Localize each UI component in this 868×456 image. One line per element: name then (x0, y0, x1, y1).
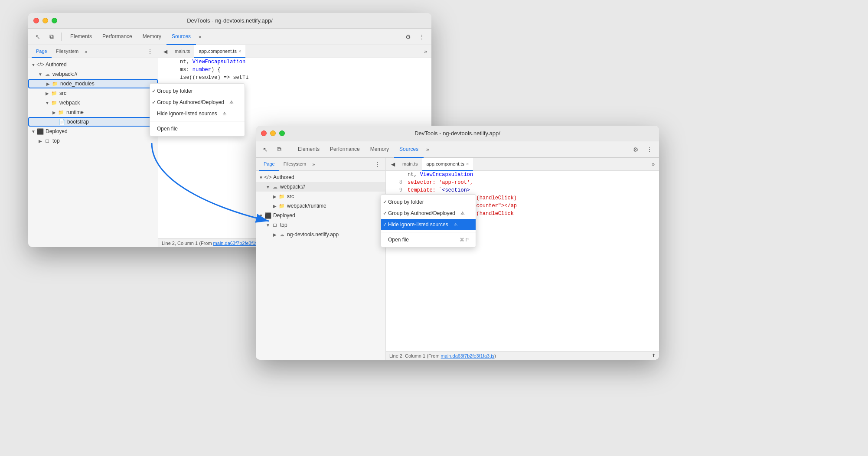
src-label-1: src (59, 90, 66, 96)
maximize-button-2[interactable] (279, 130, 285, 136)
cube-icon-deployed-1: ⬛ (37, 128, 44, 135)
tree-authored-1[interactable]: </> Authored (28, 60, 158, 69)
context-menu-2: Group by folder Group by Authored/Deploy… (381, 194, 476, 248)
src-label-2: src (287, 193, 294, 199)
tab-sources-1[interactable]: Sources (166, 29, 196, 45)
gear-icon-1[interactable]: ⚙ (402, 31, 414, 43)
back-nav-2[interactable]: ◀ (388, 159, 398, 169)
cloud-icon-ngdevtools-2: ☁ (278, 231, 285, 238)
more-icon-1[interactable]: ⋮ (416, 31, 428, 43)
menu2-open-file[interactable]: Open file ⌘ P (381, 234, 476, 245)
top-label-2: top (280, 222, 287, 228)
code-tabs-2: ◀ main.ts app.component.ts × » (386, 158, 659, 171)
code-tab-close-1[interactable]: × (238, 49, 241, 54)
status-text-2: Line 2, Column 1 (From main.da63f7b2fe3f… (389, 353, 496, 358)
file-tree-1: </> Authored ☁ webpack:// 📁 node_modules (28, 58, 158, 247)
menu1-group-authored[interactable]: Group by Authored/Deployed ⚠ (150, 97, 245, 108)
code-tab-more-1[interactable]: » (421, 49, 430, 55)
node-modules-label-1: node_modules (60, 81, 95, 87)
tab-performance-1[interactable]: Performance (97, 29, 137, 45)
code-line-2-1: nt, ViewEncapsulation (386, 171, 659, 179)
panel-tab-page-1[interactable]: Page (32, 45, 52, 58)
code-tab-appcomponent-label-2: app.component.ts (426, 161, 464, 166)
menu1-separator (150, 121, 245, 121)
tab-elements-2[interactable]: Elements (293, 141, 325, 158)
code-tab-appcomponent-1[interactable]: app.component.ts × (194, 45, 245, 58)
arrow-node-modules-1 (45, 80, 52, 87)
format-icon-2[interactable]: ⬆ (652, 353, 656, 358)
back-nav-1[interactable]: ◀ (160, 46, 170, 57)
menu2-group-authored-label: Group by Authored/Deployed (388, 210, 455, 216)
panel-tab-filesystem-1[interactable]: Filesystem (52, 45, 83, 58)
gear-icon-2[interactable]: ⚙ (630, 143, 642, 156)
arrow-webpack-folder-1 (44, 99, 51, 106)
arrow-src-1 (44, 90, 51, 97)
tree-src-1[interactable]: 📁 src (28, 88, 158, 98)
folder-icon-runtime-1: 📁 (58, 109, 65, 116)
folder-icon-src-2: 📁 (278, 193, 285, 200)
traffic-lights-1 (33, 18, 57, 23)
code-tab-close-2[interactable]: × (466, 161, 469, 166)
minimize-button-1[interactable] (42, 18, 48, 23)
panel-tabs-1: Page Filesystem » ⋮ (28, 45, 158, 58)
webpack-label-2: webpack:// (280, 184, 305, 190)
tree-webpack-folder-1[interactable]: 📁 webpack (28, 98, 158, 107)
menu2-hide-ignore[interactable]: Hide ignore-listed sources ⚠ (381, 219, 476, 230)
more-icon-2[interactable]: ⋮ (643, 143, 656, 156)
warning-icon-4: ⚠ (454, 222, 458, 228)
code-line-4: ise((resolve) => setTi (158, 74, 431, 81)
menu2-group-folder[interactable]: Group by folder (381, 196, 476, 208)
tab-memory-1[interactable]: Memory (137, 29, 166, 45)
devtools-toolbar-1: ↖ ⧉ Elements Performance Memory Sources … (28, 29, 431, 45)
tab-performance-2[interactable]: Performance (325, 141, 365, 158)
tree-deployed-1[interactable]: ⬛ Deployed (28, 127, 158, 136)
layers-icon-1[interactable]: ⧉ (46, 31, 58, 43)
tree-bootstrap-1[interactable]: 📄 bootstrap (28, 117, 158, 127)
menu1-group-authored-label: Group by Authored/Deployed (157, 99, 224, 105)
panel-tab-more-1[interactable]: » (83, 49, 89, 54)
tree-node-modules-1[interactable]: 📁 node_modules (28, 79, 158, 88)
panel-tab-menu-2[interactable]: ⋮ (373, 160, 382, 169)
toolbar-sep-1 (61, 33, 62, 41)
toolbar-sep-2 (289, 145, 289, 154)
code-line-2-2: 8 selector: 'app-root', (386, 179, 659, 186)
code-line-3: ms: number) { (158, 66, 431, 74)
tree-webpack-1[interactable]: ☁ webpack:// (28, 69, 158, 79)
menu1-group-folder[interactable]: Group by folder (150, 85, 245, 97)
menu1-hide-ignore[interactable]: Hide ignore-listed sources ⚠ (150, 108, 245, 119)
authored-label-1: Authored (46, 62, 67, 68)
toolbar-more-tabs-2[interactable]: » (424, 141, 432, 158)
menu1-hide-ignore-label: Hide ignore-listed sources (157, 111, 217, 117)
code-tab-more-2[interactable]: » (649, 161, 657, 167)
toolbar-right-2: ⚙ ⋮ (630, 143, 656, 156)
code-tab-maints-1[interactable]: main.ts (170, 45, 194, 58)
status-bar-2: Line 2, Column 1 (From main.da63f7b2fe3f… (386, 351, 659, 360)
maximize-button-1[interactable] (52, 18, 57, 23)
tab-elements-1[interactable]: Elements (65, 29, 97, 45)
code-tab-maints-2[interactable]: main.ts (398, 158, 422, 171)
tree-runtime-1[interactable]: 📁 runtime (28, 107, 158, 117)
panel-tab-filesystem-2[interactable]: Filesystem (279, 158, 311, 171)
window-title-2: DevTools - ng-devtools.netlify.app/ (414, 130, 500, 137)
folder-icon-webpack-1: 📁 (51, 99, 58, 106)
menu1-open-file[interactable]: Open file (150, 123, 245, 134)
cursor-icon-1[interactable]: ↖ (32, 31, 44, 43)
warning-icon-1: ⚠ (229, 100, 234, 105)
toolbar-more-tabs-1[interactable]: » (196, 29, 204, 45)
code-tab-appcomponent-2[interactable]: app.component.ts × (422, 158, 473, 171)
tab-memory-2[interactable]: Memory (365, 141, 394, 158)
close-button-1[interactable] (33, 18, 39, 23)
panel-tab-more-2[interactable]: » (310, 162, 317, 167)
menu2-separator (381, 232, 476, 232)
deployed-label-1: Deployed (46, 128, 68, 134)
panel-tab-menu-1[interactable]: ⋮ (146, 47, 154, 56)
folder-icon-src-1: 📁 (51, 90, 58, 97)
status-link-2[interactable]: main.da63f7b2fe3f1fa3.js (441, 353, 495, 358)
titlebar-1: DevTools - ng-devtools.netlify.app/ (28, 13, 431, 29)
tab-sources-2[interactable]: Sources (394, 141, 424, 158)
sources-panel-2: Page Filesystem » ⋮ </> Authored ☁ webpa… (256, 158, 659, 360)
arrow-top-1 (37, 137, 44, 144)
tree-top-1[interactable]: □ top (28, 136, 158, 146)
devtools-toolbar-2: ↖ ⧉ Elements Performance Memory Sources … (256, 141, 659, 158)
menu2-group-authored[interactable]: Group by Authored/Deployed ⚠ (381, 208, 476, 219)
